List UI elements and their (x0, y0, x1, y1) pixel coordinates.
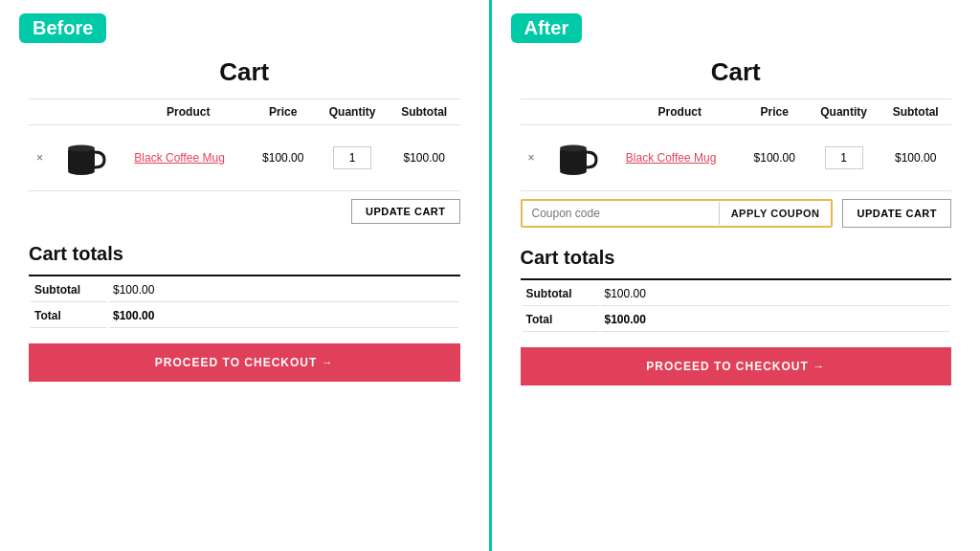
before-proceed-checkout-btn[interactable]: PROCEED TO CHECKOUT → (29, 343, 460, 382)
coupon-input[interactable] (523, 201, 719, 226)
after-badge: After (511, 13, 583, 43)
subtotal-value: $100.00 (109, 278, 458, 302)
coupon-area: APPLY COUPON (521, 199, 834, 228)
product-image (58, 133, 108, 183)
subtotal-label: Subtotal (31, 278, 107, 302)
after-subtotal-value: $100.00 (601, 282, 950, 306)
before-cart-totals-title: Cart totals (29, 243, 123, 265)
after-product-price: $100.00 (742, 125, 808, 191)
remove-item-btn[interactable]: × (36, 151, 43, 165)
after-cart-table: Product Price Quantity Subtotal × (521, 99, 952, 191)
after-cart-title: Cart (711, 57, 761, 87)
col-subtotal: Subtotal (389, 99, 460, 125)
before-badge: Before (19, 13, 106, 43)
col-product: Product (126, 99, 250, 125)
after-update-cart-btn[interactable]: UPDATE CART (842, 199, 951, 228)
table-row: × Black Coffee Mug $100.00 $100.00 (521, 125, 952, 191)
total-value: $100.00 (109, 304, 458, 328)
col-remove (521, 99, 543, 125)
before-totals-table: Subtotal $100.00 Total $100.00 (29, 275, 460, 330)
after-totals-table: Subtotal $100.00 Total $100.00 (521, 278, 952, 334)
table-row: × Black Coffee Mug $100.00 $100.00 (29, 125, 460, 191)
before-cart-title: Cart (219, 57, 269, 87)
after-subtotal-row: Subtotal $100.00 (523, 282, 950, 306)
after-panel: After Cart Product Price Quantity Subtot… (492, 0, 981, 551)
col-img (51, 99, 126, 125)
after-product-link[interactable]: Black Coffee Mug (626, 151, 717, 165)
total-label: Total (31, 304, 107, 328)
col-product: Product (618, 99, 742, 125)
before-panel: Before Cart Product Price Quantity Subto… (0, 0, 492, 551)
col-price: Price (742, 99, 808, 125)
before-cart-table: Product Price Quantity Subtotal × (29, 99, 460, 191)
product-price: $100.00 (250, 125, 316, 191)
after-product-image (550, 133, 600, 183)
after-cart-actions: APPLY COUPON UPDATE CART (521, 199, 952, 228)
after-total-row: Total $100.00 (523, 308, 950, 332)
product-subtotal: $100.00 (389, 125, 460, 191)
col-img (543, 99, 618, 125)
svg-rect-4 (560, 148, 587, 171)
after-proceed-checkout-btn[interactable]: PROCEED TO CHECKOUT → (521, 347, 952, 386)
before-cart-actions: UPDATE CART (29, 199, 460, 224)
svg-point-2 (68, 145, 95, 152)
after-remove-item-btn[interactable]: × (528, 151, 535, 165)
col-remove (29, 99, 51, 125)
product-link[interactable]: Black Coffee Mug (134, 151, 225, 165)
col-quantity: Quantity (316, 99, 388, 125)
after-cart-totals-title: Cart totals (521, 247, 615, 269)
col-quantity: Quantity (808, 99, 880, 125)
after-subtotal-label: Subtotal (523, 282, 599, 306)
update-cart-btn[interactable]: UPDATE CART (351, 199, 460, 224)
quantity-input[interactable] (333, 146, 371, 169)
subtotal-row: Subtotal $100.00 (31, 278, 458, 302)
apply-coupon-btn[interactable]: APPLY COUPON (719, 202, 832, 225)
after-quantity-input[interactable] (825, 146, 863, 169)
after-total-value: $100.00 (601, 308, 950, 332)
after-product-subtotal: $100.00 (880, 125, 951, 191)
col-price: Price (250, 99, 316, 125)
svg-point-5 (560, 145, 587, 152)
col-subtotal: Subtotal (880, 99, 951, 125)
after-total-label: Total (523, 308, 599, 332)
svg-rect-1 (68, 148, 95, 171)
total-row: Total $100.00 (31, 304, 458, 328)
